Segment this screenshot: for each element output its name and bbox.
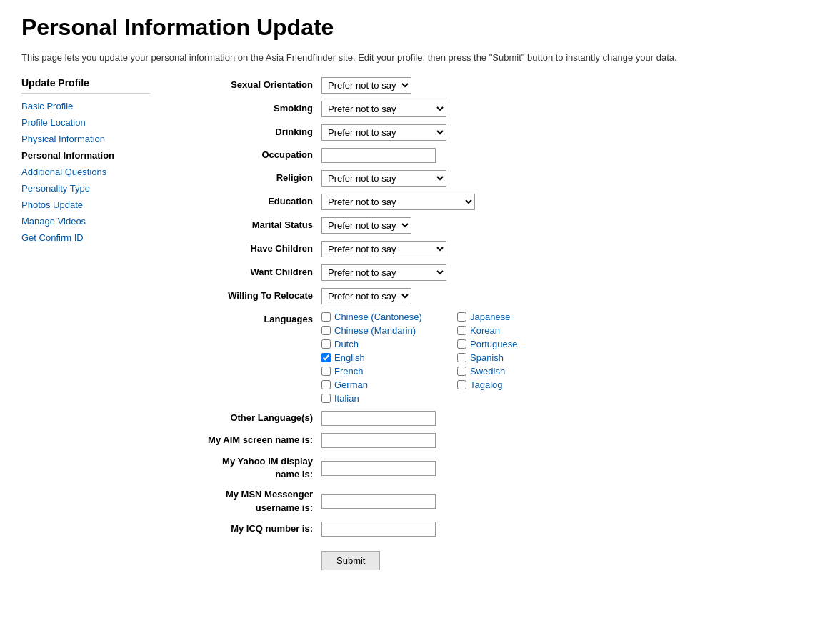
lang-korean-checkbox[interactable] — [457, 326, 466, 335]
lang-german-checkbox[interactable] — [321, 380, 331, 389]
lang-english-checkbox[interactable] — [321, 353, 331, 362]
languages-label: Languages — [164, 312, 321, 326]
sidebar-item-physical-information[interactable]: Physical Information — [21, 134, 150, 144]
occupation-input[interactable] — [321, 148, 436, 163]
msn-input[interactable] — [321, 494, 436, 509]
occupation-label: Occupation — [164, 149, 321, 162]
sidebar-item-get-confirm-id[interactable]: Get Confirm ID — [21, 232, 150, 243]
drinking-label: Drinking — [164, 126, 321, 139]
sexual-orientation-row: Sexual Orientation Prefer not to say Str… — [164, 77, 819, 94]
yahoo-input[interactable] — [321, 461, 436, 476]
yahoo-row: My Yahoo IM displayname is: — [164, 455, 819, 481]
want-children-label: Want Children — [164, 266, 321, 279]
have-children-select[interactable]: Prefer not to say Yes No — [321, 241, 446, 257]
languages-row: Languages Chinese (Cantonese) Japanese C… — [164, 312, 819, 404]
submit-row: Submit — [164, 551, 819, 570]
lang-japanese: Japanese — [457, 312, 593, 322]
lang-korean: Korean — [457, 325, 593, 336]
have-children-row: Have Children Prefer not to say Yes No — [164, 241, 819, 257]
marital-status-row: Marital Status Prefer not to say Single … — [164, 217, 819, 234]
lang-tagalog-checkbox[interactable] — [457, 380, 466, 389]
lang-french-checkbox[interactable] — [321, 367, 331, 376]
lang-chinese-mandarin: Chinese (Mandarin) — [321, 325, 457, 336]
sidebar-item-personality-type[interactable]: Personality Type — [21, 183, 150, 194]
drinking-row: Drinking Prefer not to say Non-drinker L… — [164, 124, 819, 141]
msn-row: My MSN Messengerusername is: — [164, 488, 819, 514]
sidebar: Update Profile Basic Profile Profile Loc… — [21, 77, 164, 570]
icq-row: My ICQ number is: — [164, 522, 819, 537]
lang-portuguese: Portuguese — [457, 339, 593, 349]
smoking-label: Smoking — [164, 102, 321, 115]
willing-to-relocate-row: Willing To Relocate Prefer not to say Ye… — [164, 288, 819, 304]
icq-input[interactable] — [321, 522, 436, 537]
sexual-orientation-label: Sexual Orientation — [164, 79, 321, 91]
sidebar-item-basic-profile[interactable]: Basic Profile — [21, 101, 150, 111]
marital-status-label: Marital Status — [164, 219, 321, 232]
form-area: Sexual Orientation Prefer not to say Str… — [164, 77, 819, 570]
lang-swedish: Swedish — [457, 366, 593, 377]
smoking-select[interactable]: Prefer not to say Non-smoker Light smoke… — [321, 101, 446, 117]
lang-portuguese-checkbox[interactable] — [457, 339, 466, 349]
religion-label: Religion — [164, 172, 321, 184]
lang-chinese-mandarin-checkbox[interactable] — [321, 326, 331, 335]
lang-french: French — [321, 366, 457, 377]
lang-italian: Italian — [321, 393, 457, 404]
aim-label: My AIM screen name is: — [164, 434, 321, 447]
lang-spanish: Spanish — [457, 352, 593, 363]
sidebar-item-profile-location[interactable]: Profile Location — [21, 117, 150, 128]
education-row: Education Prefer not to say High school … — [164, 194, 819, 210]
marital-status-select[interactable]: Prefer not to say Single Divorced Widowe… — [321, 217, 411, 234]
submit-button[interactable]: Submit — [321, 551, 380, 570]
lang-german: German — [321, 379, 457, 390]
want-children-select[interactable]: Prefer not to say Yes No Maybe — [321, 264, 446, 281]
willing-to-relocate-label: Willing To Relocate — [164, 289, 321, 302]
lang-japanese-checkbox[interactable] — [457, 312, 466, 322]
other-languages-input[interactable] — [321, 411, 436, 426]
lang-chinese-cantonese: Chinese (Cantonese) — [321, 312, 457, 322]
have-children-label: Have Children — [164, 242, 321, 255]
lang-tagalog: Tagalog — [457, 379, 593, 390]
lang-italian-checkbox[interactable] — [321, 394, 331, 403]
aim-row: My AIM screen name is: — [164, 433, 819, 448]
icq-label: My ICQ number is: — [164, 522, 321, 535]
religion-select[interactable]: Prefer not to say Christian Muslim Buddh… — [321, 170, 446, 187]
occupation-row: Occupation — [164, 148, 819, 163]
sexual-orientation-select[interactable]: Prefer not to say Straight Gay Bisexual — [321, 77, 411, 94]
sidebar-item-photos-update[interactable]: Photos Update — [21, 199, 150, 210]
msn-label: My MSN Messengerusername is: — [164, 488, 321, 514]
aim-input[interactable] — [321, 433, 436, 448]
sidebar-item-personal-information[interactable]: Personal Information — [21, 150, 150, 161]
education-label: Education — [164, 195, 321, 208]
want-children-row: Want Children Prefer not to say Yes No M… — [164, 264, 819, 281]
lang-chinese-cantonese-checkbox[interactable] — [321, 312, 331, 322]
lang-spanish-checkbox[interactable] — [457, 353, 466, 362]
sidebar-title: Update Profile — [21, 77, 150, 94]
sidebar-item-manage-videos[interactable]: Manage Videos — [21, 216, 150, 227]
page-title: Personal Information Update — [21, 14, 819, 41]
lang-swedish-checkbox[interactable] — [457, 367, 466, 376]
yahoo-label: My Yahoo IM displayname is: — [164, 455, 321, 481]
smoking-row: Smoking Prefer not to say Non-smoker Lig… — [164, 101, 819, 117]
religion-row: Religion Prefer not to say Christian Mus… — [164, 170, 819, 187]
lang-dutch-checkbox[interactable] — [321, 339, 331, 349]
languages-grid: Chinese (Cantonese) Japanese Chinese (Ma… — [321, 312, 593, 404]
other-languages-row: Other Language(s) — [164, 411, 819, 426]
intro-text: This page lets you update your personal … — [21, 52, 819, 63]
lang-english: English — [321, 352, 457, 363]
lang-dutch: Dutch — [321, 339, 457, 349]
sidebar-item-additional-questions[interactable]: Additional Questions — [21, 167, 150, 177]
drinking-select[interactable]: Prefer not to say Non-drinker Light drin… — [321, 124, 446, 141]
willing-to-relocate-select[interactable]: Prefer not to say Yes No Maybe — [321, 288, 411, 304]
education-select[interactable]: Prefer not to say High school Some colle… — [321, 194, 475, 210]
other-languages-label: Other Language(s) — [164, 412, 321, 424]
